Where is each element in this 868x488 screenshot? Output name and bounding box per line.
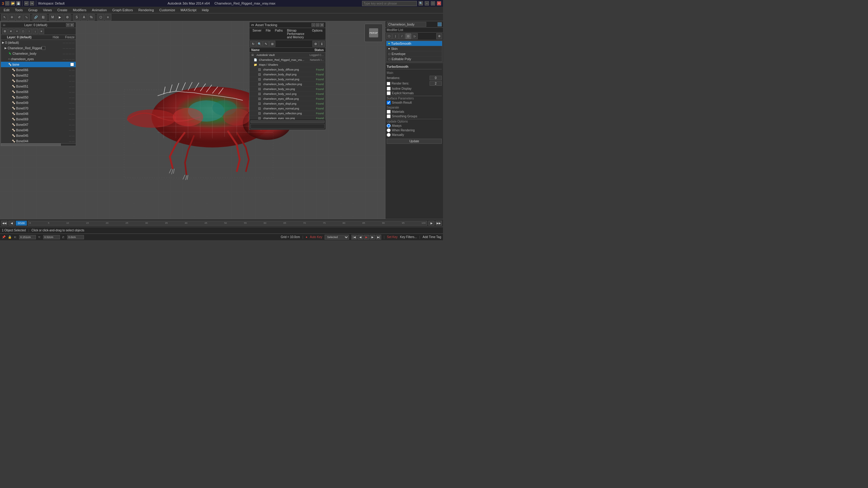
timeline-next-btn[interactable]: ▶ — [428, 221, 434, 226]
toolbar-btn-save[interactable]: 💾 — [16, 1, 20, 5]
menu-views[interactable]: Views — [40, 8, 54, 12]
ts-materials-check[interactable] — [387, 110, 391, 114]
material-editor-btn[interactable]: M — [49, 14, 56, 21]
scale-btn[interactable]: ⤡ — [23, 14, 30, 21]
search-icon[interactable]: 🔍 — [418, 1, 423, 5]
layer-item-3[interactable]: ○ chameleon_eyes — — — — — [1, 56, 76, 62]
layer-item-4[interactable]: 🦴 bone — [1, 62, 76, 67]
asset-row-vault[interactable]: 🏛 Autodesk Vault Logged C... — [249, 53, 326, 58]
asset-row-map-4[interactable]: 🖼 chameleon_body_sss.png Found — [249, 87, 326, 92]
render-setup-btn[interactable]: ⚙ — [64, 14, 70, 21]
layer-item-2[interactable]: 🦎 Chameleon_body — — — — — [1, 51, 76, 56]
render-btn[interactable]: ▶ — [57, 14, 63, 21]
align-btn[interactable]: ≡ — [105, 14, 111, 21]
menu-help[interactable]: Help — [199, 8, 212, 12]
play-next-btn[interactable]: ▶ — [370, 235, 375, 239]
menu-edit[interactable]: Edit — [1, 8, 12, 12]
x-input[interactable] — [19, 235, 36, 239]
asset-menu-file[interactable]: File — [264, 29, 272, 39]
menu-tools[interactable]: Tools — [12, 8, 25, 12]
menu-customize[interactable]: Customize — [157, 8, 178, 12]
toolbar-btn-open[interactable]: 📂 — [11, 1, 15, 5]
toolbar-btn-redo[interactable]: ↪ — [30, 1, 34, 5]
menu-rendering[interactable]: Rendering — [136, 8, 156, 12]
layers-scrollbar[interactable] — [1, 143, 76, 145]
ts-smooth-result-check[interactable] — [387, 101, 391, 105]
asset-row-map-3[interactable]: 🖼 chameleon_body_reflection.png Found — [249, 82, 326, 87]
ts-manually-radio[interactable] — [387, 133, 391, 137]
asset-row-map-8[interactable]: 🖼 chameleon_eyes_normal.png Found — [249, 106, 326, 111]
z-input[interactable] — [67, 235, 84, 239]
asset-tool-edit[interactable]: ✎ — [263, 41, 269, 47]
play-prev-btn[interactable]: ◀ — [358, 235, 363, 239]
rotate-btn[interactable]: ↺ — [16, 14, 23, 21]
asset-tool-merge[interactable]: ⊞ — [269, 41, 275, 47]
layer-item-12[interactable]: 🦴 Bone070 — — — [1, 105, 76, 111]
mod-icon-2[interactable]: | — [393, 33, 399, 39]
asset-menu-bitmap[interactable]: Bitmap Performance and Memory — [285, 29, 309, 39]
asset-row-maps-folder[interactable]: 📁 Maps / Shaders — [249, 62, 326, 67]
add-time-tag-label[interactable]: Add Time Tag — [423, 235, 441, 239]
asset-row-map-7[interactable]: 🖼 chameleon_eyes_displ.png Found — [249, 101, 326, 106]
layer-tool-settings[interactable]: ⚙ — [2, 29, 8, 34]
asset-menu-options[interactable]: Options — [310, 29, 324, 39]
layer-item-7[interactable]: 🦴 Bone067 — — — [1, 78, 76, 84]
mod-item-editable-poly[interactable]: ◻ Editable Poly — [386, 57, 442, 62]
timeline-back-btn[interactable]: ◀◀ — [1, 221, 7, 226]
layer-tool-add[interactable]: + — [14, 29, 20, 34]
layer-tool-arrow[interactable]: ↑ — [27, 29, 32, 34]
layer-checkbox-1[interactable] — [42, 46, 45, 50]
asset-row-map-6[interactable]: 🖼 chameleon_eyes_diffuse.png Found — [249, 96, 326, 101]
viewport[interactable]: [+] [Perspective] [Shaded + Edged Faces]… — [0, 21, 385, 219]
angle-snap-btn[interactable]: A — [81, 14, 87, 21]
asset-tool-info[interactable]: ℹ — [319, 41, 325, 47]
layer-tool-x[interactable]: ✕ — [8, 29, 14, 34]
layer-item-15[interactable]: 🦴 Bone047 — — — [1, 122, 76, 127]
mod-item-turbosmooth[interactable]: ● TurboSmooth — [386, 41, 442, 46]
layer-item-10[interactable]: 🦴 Bone050 — — — [1, 95, 76, 100]
layer-item-6[interactable]: 🦴 Bone052 — — — [1, 73, 76, 78]
play-end-btn[interactable]: ▶| — [376, 235, 381, 239]
layer-item-11[interactable]: 🦴 Bone049 — — — [1, 100, 76, 105]
auto-key-icon[interactable]: ● — [306, 235, 308, 239]
asset-tool-reload[interactable]: ↻ — [250, 41, 256, 47]
mod-item-skin[interactable]: ● Skin — [386, 46, 442, 52]
asset-close-btn[interactable]: ✕ — [320, 23, 324, 27]
layer-item-14[interactable]: 🦴 Bone069 — — — [1, 117, 76, 122]
play-btn[interactable]: ▶ — [364, 235, 369, 239]
layers-help-btn[interactable]: ? — [66, 23, 70, 27]
ts-when-rendering-radio[interactable] — [387, 128, 391, 132]
mod-icon-1[interactable]: ⬡ — [386, 33, 392, 39]
mod-item-envelope[interactable]: ◻ Envelope — [386, 52, 442, 57]
select-btn[interactable]: ↖ — [1, 14, 8, 21]
layer-item-13[interactable]: 🦴 Bone048 — — — [1, 111, 76, 117]
mod-icon-4[interactable]: ⊡ — [405, 33, 411, 39]
asset-tool-settings[interactable]: ⚙ — [312, 41, 318, 47]
asset-row-map-10[interactable]: 🖼 chameleon_eyes_sss.png Found — [249, 116, 326, 120]
menu-graph-editors[interactable]: Graph Editors — [110, 8, 135, 12]
layer-item-17[interactable]: 🦴 Bone045 — — — [1, 133, 76, 138]
layer-item-8[interactable]: 🦴 Bone051 — — — [1, 84, 76, 89]
timeline-end-btn[interactable]: ▶▶ — [436, 221, 442, 226]
asset-row-map-2[interactable]: 🖼 chameleon_body_normal.png Found — [249, 77, 326, 82]
menu-modifiers[interactable]: Modifiers — [70, 8, 89, 12]
lock-icon[interactable]: 🔒 — [8, 235, 11, 239]
search-input[interactable] — [362, 1, 417, 6]
layer-item-1[interactable]: ▶ Chameleon_Red_Rigged — — — — — [1, 45, 76, 51]
key-select[interactable]: Selected — [324, 235, 349, 239]
auto-key-label[interactable]: Auto Key — [310, 235, 322, 239]
mod-icon-3[interactable]: / — [399, 33, 405, 39]
asset-row-map-5[interactable]: 🖼 chameleon_body_sss2.png Found — [249, 92, 326, 96]
asset-row-max[interactable]: 📄 Chameleon_Red_Rigged_max_vray.max Netw… — [249, 58, 326, 62]
percent-snap-btn[interactable]: % — [88, 14, 95, 21]
timeline-track[interactable]: 0 5 10 15 20 25 30 35 40 45 50 55 60 65 … — [28, 221, 427, 226]
maximize-btn[interactable]: □ — [431, 1, 435, 5]
key-filters-label[interactable]: Key Filters... — [400, 235, 417, 239]
ts-explicit-normals-check[interactable] — [387, 91, 391, 95]
object-name-input[interactable] — [387, 22, 426, 27]
move-btn[interactable]: ✛ — [8, 14, 15, 21]
set-key-label[interactable]: Set Key — [387, 235, 398, 239]
snap-btn[interactable]: S — [73, 14, 80, 21]
menu-animation[interactable]: Animation — [89, 8, 109, 12]
layer-tool-down[interactable]: ↓ — [33, 29, 38, 34]
